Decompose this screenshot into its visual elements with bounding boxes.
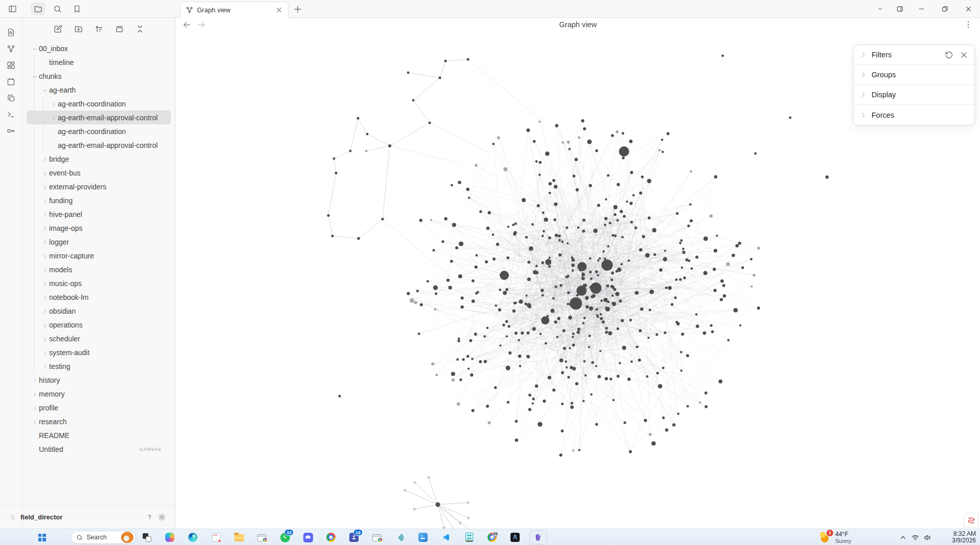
ribbon-form-button[interactable]: [4, 122, 19, 139]
tree-item-timeline[interactable]: timeline: [27, 55, 171, 69]
stack-button[interactable]: [113, 23, 125, 34]
taskbar-app-chrome-window-2-icon[interactable]: [368, 530, 386, 544]
volume-icon[interactable]: [924, 534, 931, 541]
tree-item-chunks[interactable]: chunks: [27, 69, 171, 83]
tab-list-button[interactable]: [871, 0, 890, 17]
tree-item-event-bus[interactable]: event-bus: [27, 166, 171, 180]
tree-item-mirror-capture[interactable]: mirror-capture: [27, 249, 171, 263]
tree-item-label: ag-earth: [49, 86, 76, 94]
wifi-icon[interactable]: [911, 534, 919, 541]
tree-item-profile[interactable]: profile: [27, 401, 171, 415]
tree-item-ag-earth-coordination[interactable]: ag-earth-coordination: [27, 124, 171, 138]
restore-button[interactable]: [933, 0, 956, 17]
taskbar-app-vscode-icon[interactable]: [437, 530, 455, 544]
close-button[interactable]: [956, 0, 980, 17]
graph-panel-section-groups[interactable]: Groups: [854, 65, 974, 85]
new-folder-button[interactable]: [72, 23, 84, 34]
tree-item-label: obsidian: [49, 307, 76, 315]
tree-item-system-audit[interactable]: system-audit: [27, 345, 171, 359]
taskbar-app-audio-wave-icon[interactable]: [391, 530, 409, 544]
taskbar-app-obsidian-icon[interactable]: [529, 530, 547, 544]
taskbar-app-copilot-icon[interactable]: [161, 530, 179, 544]
tree-item-history[interactable]: history: [27, 373, 171, 387]
taskbar-app-teams-icon[interactable]: 19: [345, 530, 363, 544]
tree-item-label: profile: [39, 404, 58, 412]
ribbon-canvas-button[interactable]: [4, 57, 19, 73]
tree-item-research[interactable]: research: [27, 415, 171, 428]
collapse-all-button[interactable]: [133, 23, 146, 34]
taskbar-clock[interactable]: 8:32 AM 3/9/2026: [952, 529, 976, 545]
tree-item-label: ag-earth-email-approval-control: [58, 114, 158, 122]
chevron-right-icon: [41, 225, 49, 232]
taskbar-app-chrome-window-icon[interactable]: [253, 530, 271, 544]
terminal-icon: [7, 110, 15, 119]
graph-panel-section-forces[interactable]: Forces: [854, 105, 974, 125]
taskbar-app-edge-icon[interactable]: [184, 530, 202, 544]
tree-item-hive-panel[interactable]: hive-panel: [27, 207, 171, 221]
taskbar-app-discord-icon[interactable]: [299, 530, 317, 544]
ribbon-templates-button[interactable]: [4, 90, 19, 106]
toggle-left-sidebar-button[interactable]: [5, 2, 19, 15]
reset-icon[interactable]: [945, 51, 953, 59]
tab-graph-view[interactable]: Graph view: [180, 2, 288, 18]
taskbar-app-snipping-tool-icon[interactable]: [207, 530, 225, 544]
more-options-button[interactable]: [964, 20, 973, 29]
tab-close-icon[interactable]: [275, 6, 283, 14]
tree-item-external-providers[interactable]: external-providers: [27, 180, 171, 193]
help-button[interactable]: [143, 511, 155, 524]
tree-item-notebook-lm[interactable]: notebook-lm: [27, 290, 171, 304]
toggle-right-sidebar-button[interactable]: [890, 0, 909, 17]
ribbon-terminal-button[interactable]: [4, 106, 19, 122]
sync-status[interactable]: [964, 513, 978, 528]
tree-item-bridge[interactable]: bridge: [27, 152, 171, 166]
sidebar-tab-search[interactable]: [50, 2, 64, 15]
tree-item-ag-earth-coordination[interactable]: ag-earth-coordination: [27, 97, 171, 111]
tree-item-ag-earth-email-approval-control[interactable]: ag-earth-email-approval-control: [27, 111, 171, 124]
sidebar-tab-files[interactable]: [31, 2, 45, 15]
tree-item-logger[interactable]: logger: [27, 235, 171, 249]
taskbar-app-notepad-icon[interactable]: [460, 530, 478, 544]
sort-order-button[interactable]: [93, 23, 105, 34]
minimize-button[interactable]: [909, 0, 933, 17]
taskbar-app-whatsapp-icon[interactable]: 33: [276, 530, 294, 544]
tree-item-operations[interactable]: operations: [27, 318, 171, 332]
tree-item-funding[interactable]: funding: [27, 193, 171, 207]
sort-icon: [95, 25, 103, 33]
taskbar-app-file-explorer-icon[interactable]: [230, 530, 248, 544]
vault-switcher[interactable]: field_director: [0, 505, 175, 529]
ribbon-daily-note-button[interactable]: [4, 73, 19, 90]
tree-item-memory[interactable]: memory: [27, 387, 171, 401]
taskbar-weather[interactable]: 1 44°F Sunny: [819, 529, 851, 545]
tree-item-scheduler[interactable]: scheduler: [27, 332, 171, 345]
taskbar-app-chrome-skull-icon[interactable]: [483, 530, 501, 544]
tree-item-00-inbox[interactable]: 00_inbox: [27, 41, 171, 55]
graph-panel-section-display[interactable]: Display: [854, 85, 974, 105]
hidden-icons-icon[interactable]: [899, 534, 907, 541]
tree-item-obsidian[interactable]: obsidian: [27, 304, 171, 318]
chevron-spacer: [41, 59, 49, 66]
chevron-right-icon: [41, 280, 49, 287]
close-icon[interactable]: [960, 51, 968, 59]
new-note-button[interactable]: [52, 23, 64, 34]
taskbar-search[interactable]: Search: [71, 531, 136, 544]
taskbar-app-photos-icon[interactable]: [414, 530, 432, 544]
tree-item-music-ops[interactable]: music-ops: [27, 276, 171, 290]
settings-button[interactable]: [155, 511, 168, 524]
tree-item-ag-earth-email-approval-control[interactable]: ag-earth-email-approval-control: [27, 138, 171, 152]
new-tab-button[interactable]: [293, 4, 303, 14]
graph-panel-section-filters[interactable]: Filters: [854, 45, 974, 65]
tree-item-readme[interactable]: README: [27, 428, 171, 442]
ribbon-graph-view-button[interactable]: [4, 40, 19, 57]
tree-item-models[interactable]: models: [27, 263, 171, 276]
tree-item-ag-earth[interactable]: ag-earth: [27, 83, 171, 97]
taskbar-app-chrome-icon[interactable]: [322, 530, 340, 544]
start-button[interactable]: [33, 530, 51, 544]
taskbar-app-task-view-icon[interactable]: [138, 530, 155, 544]
tree-item-image-ops[interactable]: image-ops: [27, 221, 171, 235]
taskbar-app-arc-icon[interactable]: A: [506, 530, 524, 544]
tree-item-testing[interactable]: testing: [27, 359, 171, 373]
tree-item-label: research: [39, 418, 66, 426]
tree-item-untitled[interactable]: UntitledCANVAS: [27, 442, 171, 456]
sidebar-tab-bookmarks[interactable]: [70, 2, 84, 15]
ribbon-quick-switcher-button[interactable]: [4, 24, 19, 40]
